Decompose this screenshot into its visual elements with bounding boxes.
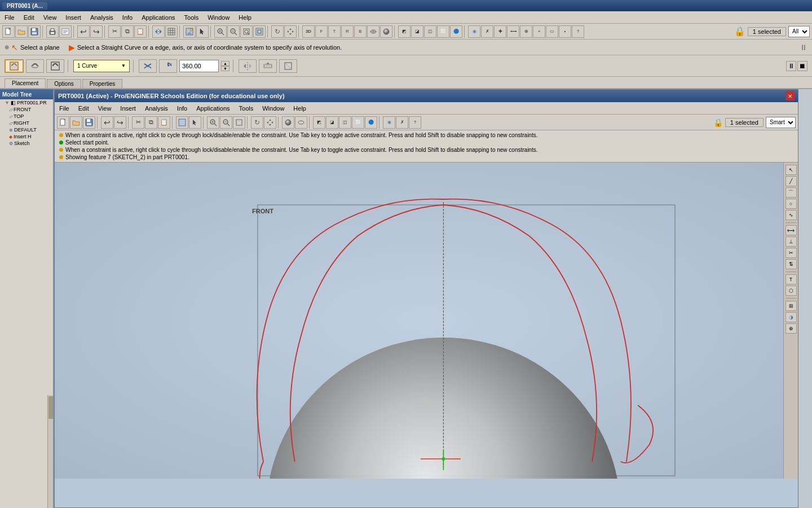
view-shaded-btn[interactable] bbox=[380, 25, 392, 38]
angle-spin-btns[interactable]: ▲ ▼ bbox=[221, 60, 230, 72]
dim-btn[interactable]: ⟷ bbox=[507, 25, 519, 38]
meas-btn[interactable]: ✚ bbox=[494, 25, 506, 38]
menu-applications[interactable]: Applications bbox=[137, 13, 179, 22]
save-btn[interactable] bbox=[28, 25, 41, 38]
display-opt3[interactable]: ◫ bbox=[424, 25, 436, 38]
sk-const-btn[interactable]: ⊥ bbox=[785, 237, 797, 247]
sk-dim-btn[interactable]: ⟷ bbox=[785, 225, 797, 235]
angle-input[interactable] bbox=[179, 60, 219, 72]
main-viewport[interactable]: FRONT bbox=[55, 163, 798, 479]
options-btn[interactable] bbox=[259, 59, 277, 73]
inner-menu-insert[interactable]: Insert bbox=[116, 104, 140, 113]
inner-misc-btn[interactable]: ? bbox=[409, 116, 421, 129]
inner-menu-edit[interactable]: Edit bbox=[74, 104, 94, 113]
inner-redo-btn[interactable]: ↪ bbox=[114, 116, 126, 129]
inner-open-btn[interactable] bbox=[70, 116, 82, 129]
display-opt2[interactable]: ◪ bbox=[411, 25, 423, 38]
menu-tools[interactable]: Tools bbox=[180, 13, 204, 22]
curve-selector[interactable]: 1 Curve ▼ bbox=[73, 60, 130, 72]
revolve-solid-btn[interactable] bbox=[5, 59, 24, 73]
inner-menu-view[interactable]: View bbox=[94, 104, 116, 113]
paste-btn[interactable]: 📋 bbox=[134, 25, 147, 38]
tree-scrollbar[interactable] bbox=[47, 395, 53, 508]
sk-mirror-btn[interactable]: ⇅ bbox=[785, 259, 797, 269]
tree-item-sketch[interactable]: ⚙ Sketch bbox=[0, 140, 53, 147]
inner-disp5[interactable]: 🔵 bbox=[365, 116, 377, 129]
render-btn[interactable]: ◉ bbox=[468, 25, 480, 38]
revolve-thin-btn[interactable] bbox=[46, 59, 64, 73]
menu-view[interactable]: View bbox=[39, 13, 61, 22]
print-btn[interactable] bbox=[46, 25, 59, 38]
menu-help[interactable]: Help bbox=[234, 13, 256, 22]
angle-type-side-btn[interactable] bbox=[159, 59, 177, 73]
sk-line-btn[interactable]: ╱ bbox=[785, 176, 797, 186]
inner-undo-btn[interactable]: ↩ bbox=[101, 116, 113, 129]
inner-save-btn[interactable] bbox=[83, 116, 95, 129]
analysis-btn[interactable]: ✗ bbox=[481, 25, 493, 38]
sk-spline-btn[interactable]: ∿ bbox=[785, 210, 797, 220]
tab-placement[interactable]: Placement bbox=[5, 78, 46, 88]
inner-disp2[interactable]: ◪ bbox=[326, 116, 338, 129]
view-top-btn[interactable]: T bbox=[328, 25, 341, 38]
rotate-btn[interactable]: ↻ bbox=[271, 25, 284, 38]
outer-tab[interactable]: PRT0001 (A... bbox=[2, 2, 47, 10]
view-back-btn[interactable]: B bbox=[354, 25, 367, 38]
pause-btn[interactable]: ⏸ bbox=[800, 43, 807, 52]
inner-paste-btn[interactable]: 📋 bbox=[158, 116, 170, 129]
tab-options[interactable]: Options bbox=[47, 79, 81, 88]
menu-insert[interactable]: Insert bbox=[61, 13, 86, 22]
tab-properties[interactable]: Properties bbox=[82, 79, 123, 88]
sk-shade-btn[interactable]: ◑ bbox=[785, 312, 797, 322]
repaint-btn[interactable] bbox=[183, 25, 196, 38]
revolve-surface-btn[interactable] bbox=[26, 59, 44, 73]
inner-close-btn[interactable]: ✕ bbox=[785, 91, 795, 100]
inner-wireframe-btn[interactable] bbox=[295, 116, 307, 129]
tree-item-top[interactable]: ▱ TOP bbox=[0, 113, 53, 120]
inner-menu-applications[interactable]: Applications bbox=[192, 104, 234, 113]
view-wireframe-btn[interactable] bbox=[367, 25, 379, 38]
inner-zoom-in-btn[interactable] bbox=[207, 116, 219, 129]
tree-item-insert[interactable]: ◆ Insert H bbox=[0, 133, 53, 140]
inner-new-btn[interactable] bbox=[57, 116, 69, 129]
inner-menu-analysis[interactable]: Analysis bbox=[140, 104, 173, 113]
inner-filter-dropdown[interactable]: Smart bbox=[766, 117, 796, 128]
copy-btn[interactable]: ⧉ bbox=[121, 25, 134, 38]
tree-item-front[interactable]: ▱ FRONT bbox=[0, 106, 53, 113]
inner-menu-help[interactable]: Help bbox=[289, 104, 311, 113]
inner-zoom-out-btn[interactable] bbox=[220, 116, 232, 129]
view-named-btn[interactable]: 3D bbox=[302, 25, 315, 38]
tree-item-prt[interactable]: ▼ ◧ PRT0001.PR bbox=[0, 99, 53, 106]
preview-btn[interactable] bbox=[59, 25, 72, 38]
sk-grid-btn[interactable]: ⊞ bbox=[785, 301, 797, 311]
inner-menu-info[interactable]: Info bbox=[173, 104, 192, 113]
tree-item-right[interactable]: ▱ RIGHT bbox=[0, 120, 53, 126]
inner-shaded-btn[interactable] bbox=[282, 116, 294, 129]
display-opt5[interactable]: 🔵 bbox=[450, 25, 462, 38]
menu-edit[interactable]: Edit bbox=[19, 13, 39, 22]
inner-pan-btn[interactable] bbox=[264, 116, 276, 129]
sk-circle-btn[interactable]: ○ bbox=[785, 199, 797, 209]
mirror-btn[interactable] bbox=[152, 25, 165, 38]
sk-diag-btn[interactable]: ⊕ bbox=[785, 323, 797, 334]
tree-item-default[interactable]: ⊕ DEFAULT bbox=[0, 126, 53, 133]
view-right-btn[interactable]: R bbox=[341, 25, 354, 38]
angle-down-btn[interactable]: ▼ bbox=[221, 66, 230, 71]
inner-copy-btn[interactable]: ⧉ bbox=[145, 116, 157, 129]
inner-cut-btn[interactable]: ✂ bbox=[132, 116, 144, 129]
sk-trim-btn[interactable]: ✂ bbox=[785, 248, 797, 258]
cut-btn[interactable]: ✂ bbox=[108, 25, 121, 38]
inner-disp4[interactable]: ⬜ bbox=[352, 116, 364, 129]
display-opt1[interactable]: ◩ bbox=[398, 25, 411, 38]
pick-btn[interactable] bbox=[196, 25, 209, 38]
flip-btn[interactable] bbox=[239, 59, 257, 73]
point-btn[interactable]: • bbox=[559, 25, 571, 38]
inner-disp3[interactable]: ◫ bbox=[339, 116, 351, 129]
menu-window[interactable]: Window bbox=[203, 13, 234, 22]
inner-menu-window[interactable]: Window bbox=[258, 104, 289, 113]
redo-btn[interactable]: ↪ bbox=[90, 25, 103, 38]
grid-btn[interactable] bbox=[165, 25, 178, 38]
display-opt4[interactable]: ⬜ bbox=[437, 25, 449, 38]
sk-text-btn[interactable]: T bbox=[785, 274, 797, 284]
scrollbar-thumb[interactable] bbox=[48, 396, 53, 419]
cs-btn[interactable]: ⊕ bbox=[520, 25, 532, 38]
